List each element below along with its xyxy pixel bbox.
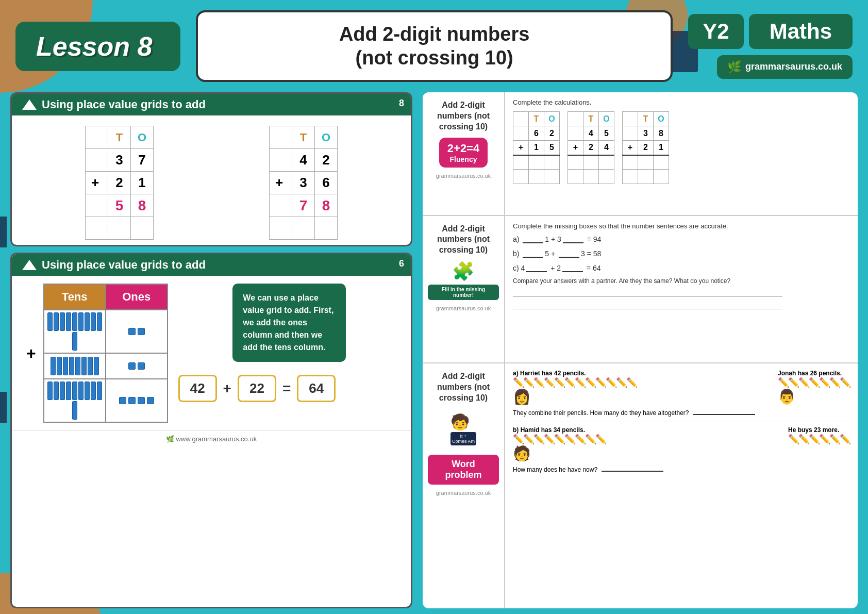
grid1-ans-t: 5 [108,194,131,217]
hamid-pencils: ✏️✏️✏️✏️✏️✏️✏️✏️✏️ [513,434,606,445]
flb-ans-o [599,155,614,170]
ws2-label: Add 2-digit numbers (not crossing 10) 🧩 … [423,216,505,363]
grid2-ans-t: 7 [292,194,315,217]
hamid-name: b) Hamid has 34 pencils. [513,426,606,434]
pv-r1-ones [106,310,168,353]
grid2-ans-o: 8 [315,194,338,217]
fill-missing-label: Fill in the missing number! [428,285,499,300]
fl-grid-a: T O 6 2 + 1 5 [513,111,560,184]
pv-r2-tens [44,353,106,379]
calc-grid-1: T O 3 7 + 2 1 5 [85,126,154,240]
left-panel: Using place value grids to add 8 T O 3 7 [10,92,412,608]
fla-r1t: 6 [529,126,544,141]
slide-2: Using place value grids to add 6 + Tens … [10,253,412,608]
flc-r2t: 2 [638,141,654,155]
grammar-icon: 🌿 [727,60,741,74]
flc-r1o: 8 [654,126,669,141]
harriet-figure: 👩 [513,389,531,405]
ws1-instruction: Complete the calculations. [513,98,850,106]
grammar-badge: 🌿 grammarsaurus.co.uk [717,55,853,79]
slide-2-number: 6 [392,254,411,273]
pv-table: Tens Ones [43,284,168,423]
fla-ans-o [544,155,560,170]
right-side: We can use a place value grid to add. Fi… [178,284,400,402]
fla-r2t: 1 [529,141,544,155]
grid1-t-header: T [108,126,131,149]
slide-2-header-text: Using place value grids to add [42,258,206,272]
worksheet-missing: Add 2-digit numbers (not crossing 10) 🧩 … [423,216,858,364]
pv-r2-ones [106,353,168,379]
flb-r2t: 2 [583,141,599,155]
pv-display: + Tens Ones [22,284,168,423]
grid1-r2-t: 2 [108,172,131,194]
slide-2-content: + Tens Ones [12,276,411,430]
flb-r2o: 4 [599,141,614,155]
slide-1-header-icon [22,99,37,110]
ws3-content: a) Harriet has 42 pencils. ✏️✏️✏️✏️✏️✏️✏… [505,363,858,608]
fl-grid-b: T O 4 5 + 2 4 [567,111,614,184]
grid2-o-header: O [315,126,338,149]
pv-plus-sign: + [22,344,40,363]
part-b-answer [602,471,663,472]
hamid-figure: 🧑 [513,445,531,461]
slide-1-number: 8 [392,94,411,112]
ws1-content: Complete the calculations. T O 6 2 [505,92,858,214]
slide-1-header-text: Using place value grids to add [42,98,206,111]
worksheet-fluency: Add 2-digit numbers (not crossing 10) 2+… [423,92,858,215]
slide-1-header: Using place value grids to add [12,94,411,115]
year-maths-row: Y2 Maths [688,14,853,49]
eq-num2: 22 [238,375,276,402]
tens-bars-r3 [44,379,105,422]
calc-grid-2: T O 4 2 + 3 6 7 [269,126,338,240]
word-part-a: a) Harriet has 42 pencils. ✏️✏️✏️✏️✏️✏️✏… [513,370,850,417]
ws2-title: Add 2-digit numbers (not crossing 10) [428,224,499,256]
grid2-r1-o: 2 [315,149,338,172]
explanation-box: We can use a place value grid to add. Fi… [232,284,346,362]
eq-equals: = [282,380,291,397]
ws3-title: Add 2-digit numbers (not crossing 10) [428,371,499,403]
flc-r2o: 1 [654,141,669,155]
grid1-ans-o: 8 [131,194,154,217]
jonah-figure: 👨 [778,389,796,405]
slide-2-header: Using place value grids to add [12,254,411,276]
fla-ans-t [529,155,544,170]
ws1-grammar: grammarsaurus.co.uk [436,173,491,179]
part-a-answer [693,414,755,415]
puzzle-badge: 🧩 Fill in the missing number! [428,261,499,300]
flc-ans2-o [654,170,669,184]
harriet-pencils: ✏️✏️✏️✏️✏️✏️✏️✏️✏️✏️✏️✏️ [513,377,637,388]
ws2-instruction: Complete the missing boxes so that the n… [513,222,850,230]
fla-r2o: 5 [544,141,560,155]
flb-r1t: 4 [583,126,599,141]
grid2-r2-o: 6 [315,172,338,194]
slide-1-content: T O 3 7 + 2 1 5 [12,115,411,245]
grid2-r2-t: 3 [292,172,315,194]
right-badges: Y2 Maths 🌿 grammarsaurus.co.uk [688,14,853,79]
flc-ans-o [654,155,669,170]
slide-2-footer: 🌿 www.grammarsaurus.co.uk [12,430,411,447]
buys-more: He buys 23 more. [788,426,850,434]
lesson-badge: Lesson 8 [15,22,180,71]
ones-header: Ones [106,284,168,310]
grid1-r2-o: 1 [131,172,154,194]
harriet-name: a) Harriet has 42 pencils. [513,370,637,377]
explanation-text: We can use a place value grid to add. Fi… [243,293,333,352]
ws1-title: Add 2-digit numbers (not crossing 10) [428,100,499,132]
problem-lines: a) 1 + 3 = 94 b) 5 + 3 = 58 c) 4 + 2 = 6… [513,235,850,272]
jonah-pencils: ✏️✏️✏️✏️✏️✏️✏️ [778,377,850,388]
hamid-question: How many does he have now? [513,466,850,473]
grid2-t-header: T [292,126,315,149]
compare-section: Compare your answers with a partner. Are… [513,277,850,309]
eq-result: 64 [297,375,336,402]
ws3-label: Add 2-digit numbers (not crossing 10) 🧒 … [423,363,505,608]
tens-bars-r2 [44,355,105,377]
fl-grid-c: T O 3 8 + 2 1 [622,111,669,184]
slide-2-header-icon [22,260,37,270]
combine-question: They combine their pencils. How many do … [513,409,850,417]
problem-a: a) 1 + 3 = 94 [513,235,850,243]
grid2-r1-t: 4 [292,149,315,172]
header: Lesson 8 Add 2-digit numbers (not crossi… [0,0,868,92]
extra-pencils: ✏️✏️✏️✏️✏️✏️ [788,434,850,445]
year-badge: Y2 [688,14,743,49]
eq-plus: + [223,380,231,397]
